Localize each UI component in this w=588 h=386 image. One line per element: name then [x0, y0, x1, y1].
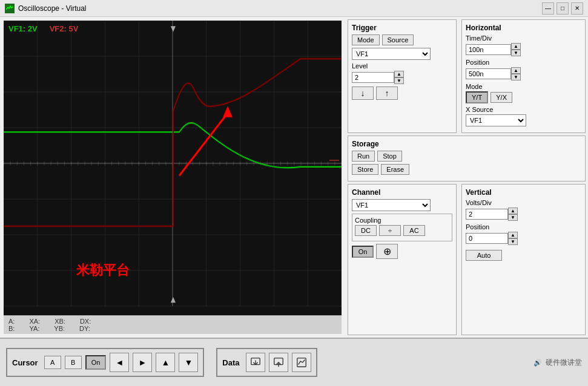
scope-status: A: XA: XB: DX: B: YA: YB: DY: [4, 315, 342, 334]
data-import-btn[interactable] [269, 353, 288, 372]
time-div-up[interactable]: ▲ [511, 43, 521, 50]
annotation-group: 米勒平台 [76, 261, 130, 280]
channel-title: Channel [352, 188, 452, 197]
trigger-level-label: Level [352, 62, 452, 70]
main-content: VF1: 2V VF2: 5V 米勒平台 A: XA: XB: DX: B: Y… [0, 17, 588, 338]
time-div-label: Time/Div [466, 34, 581, 42]
yx-btn[interactable]: Y/X [491, 92, 512, 103]
trigger-panel: Trigger Mode Source VF1 VF2 Level 2 [348, 19, 457, 133]
horizontal-title: Horizontal [466, 24, 581, 32]
trigger-title: Trigger [352, 24, 452, 32]
right-top: Trigger Mode Source VF1 VF2 Level 2 [348, 19, 586, 133]
ac-btn[interactable]: AC [403, 225, 425, 236]
h-position-down[interactable]: ▼ [511, 74, 521, 80]
scope-labels: VF1: 2V VF2: 5V [8, 24, 78, 33]
watermark-area: 🔊 硬件微讲堂 [533, 358, 582, 368]
vertical-panel: Vertical Volts/Div 2 ▲ ▼ Position 0 [461, 184, 586, 335]
data-graph-btn[interactable] [292, 353, 311, 372]
cursor-up-btn[interactable]: ▲ [156, 353, 175, 372]
yb-label: YB: [54, 325, 65, 332]
vf2-label: VF2: 5V [50, 24, 79, 33]
cursor-a-btn[interactable]: A [44, 356, 61, 369]
trigger-source-btn[interactable]: Source [382, 34, 414, 45]
right-bottom: Channel VF1 VF2 Coupling DC ÷ AC [348, 184, 586, 335]
data-group-label: Data [222, 358, 239, 367]
data-group: Data [216, 348, 317, 377]
dx-label: DX: [80, 318, 91, 325]
channel-panel: Channel VF1 VF2 Coupling DC ÷ AC [348, 184, 457, 335]
storage-title: Storage [352, 140, 581, 148]
svg-rect-4 [297, 358, 305, 367]
volts-div-down[interactable]: ▼ [508, 214, 518, 221]
xsource-label: X Source [466, 106, 581, 113]
annotation-text: 米勒平台 [76, 263, 130, 278]
cursor-right-btn[interactable]: ► [133, 353, 152, 372]
watermark-text: 硬件微讲堂 [546, 358, 582, 368]
auto-btn[interactable]: Auto [466, 250, 502, 261]
h-position-input[interactable]: 500n [466, 68, 511, 79]
channel-select[interactable]: VF1 VF2 [352, 199, 431, 211]
yt-btn[interactable]: Y/T [466, 91, 488, 103]
coupling-label: Coupling [355, 217, 449, 224]
erase-btn[interactable]: Erase [381, 164, 409, 175]
scope-canvas [4, 21, 342, 334]
xa-label: XA: [29, 318, 40, 325]
cursor-on-btn[interactable]: On [85, 355, 107, 370]
cursor-left-btn[interactable]: ◄ [110, 353, 129, 372]
dy-label: DY: [79, 325, 90, 332]
watermark-icon: 🔊 [533, 359, 542, 367]
volts-div-up[interactable]: ▲ [508, 208, 518, 214]
v-position-input[interactable]: 0 [466, 233, 508, 244]
cursor-b-label: B: [8, 325, 15, 332]
channel-on-btn[interactable]: On [352, 246, 374, 258]
time-div-input[interactable]: 100n [466, 44, 511, 55]
xsource-select[interactable]: VF1 VF2 [466, 114, 526, 126]
v-position-down[interactable]: ▼ [508, 238, 518, 245]
storage-panel: Storage Run Stop Store Erase [348, 136, 586, 182]
cursor-b-btn[interactable]: B [65, 356, 82, 369]
coupling-sym-btn[interactable]: ÷ [379, 225, 401, 236]
vertical-title: Vertical [466, 188, 581, 197]
run-btn[interactable]: Run [352, 151, 375, 162]
dc-btn[interactable]: DC [355, 225, 377, 236]
v-position-label: Position [466, 223, 581, 231]
bottom-bar: Cursor A B On ◄ ► ▲ ▼ Data [0, 338, 588, 386]
right-panel: Trigger Mode Source VF1 VF2 Level 2 [345, 17, 588, 338]
store-btn[interactable]: Store [352, 164, 378, 175]
probe-btn[interactable]: ⊕ [376, 244, 398, 259]
cursor-down-btn[interactable]: ▼ [179, 353, 198, 372]
trigger-level-down[interactable]: ▼ [394, 77, 404, 84]
trigger-level-up[interactable]: ▲ [394, 71, 404, 77]
vf1-label: VF1: 2V [8, 24, 38, 33]
cursor-group: Cursor A B On ◄ ► ▲ ▼ [6, 348, 204, 377]
trigger-channel-select[interactable]: VF1 VF2 [352, 48, 431, 60]
cursor-group-label: Cursor [12, 358, 38, 367]
minimize-btn[interactable]: — [542, 2, 554, 15]
h-position-up[interactable]: ▲ [511, 67, 521, 74]
time-div-down[interactable]: ▼ [511, 50, 521, 56]
v-position-up[interactable]: ▲ [508, 232, 518, 238]
window-title: Oscilloscope - Virtual [18, 4, 87, 13]
data-export-btn[interactable] [246, 353, 265, 372]
xb-label: XB: [55, 318, 65, 325]
close-btn[interactable]: ✕ [571, 2, 583, 15]
volts-div-input[interactable]: 2 [466, 209, 508, 220]
horizontal-panel: Horizontal Time/Div 100n ▲ ▼ Position 50… [461, 19, 586, 133]
stop-btn[interactable]: Stop [377, 151, 402, 162]
app-icon [5, 4, 15, 13]
trigger-level-input[interactable]: 2 [352, 72, 394, 83]
h-mode-label: Mode [466, 83, 581, 90]
trigger-rise-btn[interactable]: ↑ [376, 87, 398, 100]
trigger-fall-btn[interactable]: ↓ [352, 87, 374, 100]
h-position-label: Position [466, 59, 581, 66]
volts-div-label: Volts/Div [466, 199, 581, 206]
ya-label: YA: [29, 325, 39, 332]
title-bar: Oscilloscope - Virtual — □ ✕ [0, 0, 588, 17]
trigger-mode-btn[interactable]: Mode [352, 34, 380, 45]
maximize-btn[interactable]: □ [557, 2, 569, 15]
cursor-a-label: A: [8, 318, 15, 325]
